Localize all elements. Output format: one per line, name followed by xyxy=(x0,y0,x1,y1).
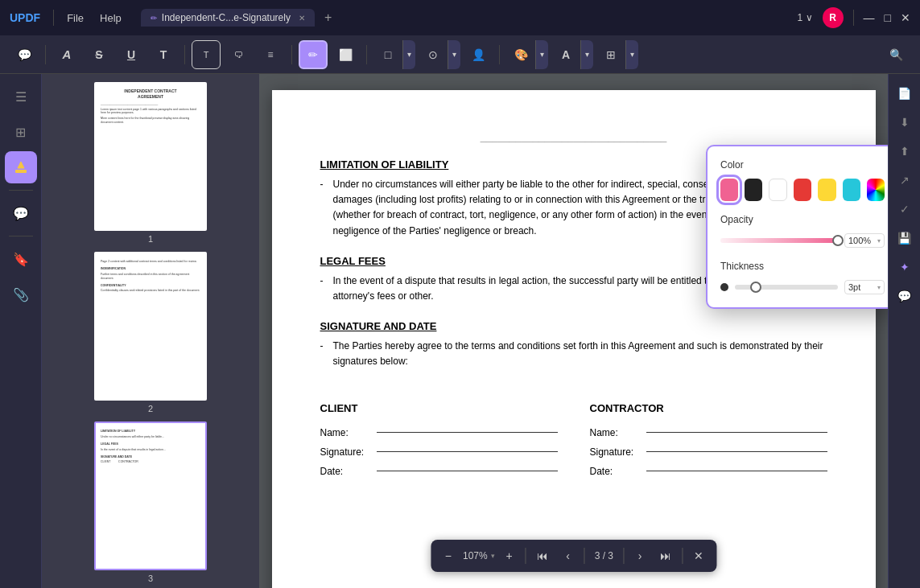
topbar-divider xyxy=(53,10,54,26)
date-label-client: Date: xyxy=(320,466,377,477)
topbar-divider2 xyxy=(853,10,854,26)
opacity-dropdown-arrow[interactable]: ▾ xyxy=(877,237,881,245)
black-swatch[interactable] xyxy=(745,179,762,201)
shape-tool-button[interactable]: □ xyxy=(373,40,402,69)
opacity-label: Opacity xyxy=(720,214,885,225)
zoom-in-button[interactable]: + xyxy=(498,545,521,567)
measure-button[interactable]: ⊞ xyxy=(596,40,625,69)
close-view-button[interactable]: ✕ xyxy=(687,545,710,567)
multicolor-swatch[interactable] xyxy=(867,179,885,201)
measure-dropdown-arrow[interactable]: ▾ xyxy=(625,40,638,69)
page-nav[interactable]: 1 ∨ xyxy=(798,12,813,23)
thumb-img-3: LIMITATION OF LIABILITY Under no circums… xyxy=(94,421,207,570)
toolbar-sep-3 xyxy=(291,45,292,64)
menu-help[interactable]: Help xyxy=(93,9,128,27)
right-collab-icon[interactable]: ✦ xyxy=(892,254,918,280)
signature-section: CLIENT Name: Signature: Date: xyxy=(320,402,827,485)
avatar[interactable]: R xyxy=(823,7,844,28)
thickness-value-display[interactable]: 3pt ▾ xyxy=(844,280,885,294)
thickness-slider-track[interactable] xyxy=(735,285,838,290)
pink-swatch[interactable] xyxy=(720,179,738,201)
callout-tool-button[interactable]: 🗨 xyxy=(224,40,253,69)
search-button[interactable]: 🔍 xyxy=(881,40,910,69)
sig-field-client: Signature: xyxy=(320,446,558,458)
text-tool-button[interactable]: T xyxy=(149,40,178,69)
eraser-tool-button[interactable]: ⬜ xyxy=(331,40,360,69)
right-pdf-icon[interactable]: 📄 xyxy=(892,80,918,106)
sidebar-bookmark-icon[interactable]: 🔖 xyxy=(5,243,37,275)
thumbnail-page-1[interactable]: INDEPENDENT CONTRACTAGREEMENT __________… xyxy=(54,82,247,244)
text-color-dropdown-arrow[interactable]: ▾ xyxy=(580,40,593,69)
white-swatch[interactable] xyxy=(769,179,787,201)
text-color-button[interactable]: A xyxy=(551,40,580,69)
opacity-slider-track[interactable] xyxy=(720,238,838,243)
right-upload-icon[interactable]: ⬆ xyxy=(892,138,918,164)
text-color-combo: A ▾ xyxy=(551,40,593,69)
right-check-icon[interactable]: ✓ xyxy=(892,196,918,222)
strikethrough-tool-button[interactable]: S xyxy=(85,40,113,69)
name-line-contractor xyxy=(646,432,827,433)
opacity-slider-thumb[interactable] xyxy=(832,235,844,246)
pen-tool-button[interactable]: ✏ xyxy=(299,40,328,69)
right-share-icon[interactable]: ↗ xyxy=(892,167,918,193)
add-tab-button[interactable]: + xyxy=(324,10,332,25)
sidebar-sep xyxy=(9,190,33,191)
toolbar-sep-4 xyxy=(366,45,367,64)
toolbar-sep-1 xyxy=(45,45,46,64)
sig-dash: - xyxy=(320,339,324,369)
menu-file[interactable]: File xyxy=(60,9,90,27)
highlight-tool-button[interactable]: A xyxy=(52,40,81,69)
left-sidebar: ☰ ⊞ 💬 🔖 📎 xyxy=(0,74,42,588)
sidebar-comment-icon[interactable]: 💬 xyxy=(5,197,37,229)
sidebar-thumbnails-icon[interactable]: ⊞ xyxy=(5,116,37,148)
shape-dropdown-arrow[interactable]: ▾ xyxy=(402,40,415,69)
sidebar-highlight-icon[interactable] xyxy=(5,151,37,183)
color-fill-button[interactable]: 🎨 xyxy=(506,40,535,69)
stamp-tool-button[interactable]: ⊙ xyxy=(419,40,448,69)
name-field-contractor: Name: xyxy=(590,427,827,438)
prev-page-button[interactable]: ‹ xyxy=(557,545,580,567)
zoom-dropdown-arrow[interactable]: ▾ xyxy=(491,552,495,560)
close-button[interactable]: ✕ xyxy=(901,11,910,24)
next-page-button[interactable]: › xyxy=(629,545,651,567)
sidebar-sep2 xyxy=(9,236,33,236)
note-tool-button[interactable]: ≡ xyxy=(256,40,285,69)
sidebar-attachment-icon[interactable]: 📎 xyxy=(5,278,37,310)
sig-label-contractor: Signature: xyxy=(590,446,646,458)
thickness-dropdown-arrow[interactable]: ▾ xyxy=(877,284,881,291)
client-col: CLIENT Name: Signature: Date: xyxy=(320,402,558,485)
underline-tool-button[interactable]: U xyxy=(117,40,146,69)
minimize-button[interactable]: — xyxy=(864,11,875,24)
maximize-button[interactable]: □ xyxy=(885,11,891,24)
color-fill-dropdown-arrow[interactable]: ▾ xyxy=(535,40,548,69)
thumbnail-page-2[interactable]: Page 2 content with additional contract … xyxy=(54,252,247,413)
thickness-slider-thumb[interactable] xyxy=(750,282,761,293)
right-export-icon[interactable]: ⬇ xyxy=(892,109,918,135)
name-field-client: Name: xyxy=(320,427,558,438)
teal-swatch[interactable] xyxy=(843,179,860,201)
sidebar-pages-icon[interactable]: ☰ xyxy=(5,80,37,113)
right-save-icon[interactable]: 💾 xyxy=(892,225,918,251)
document-area: ________________________________ LIMITAT… xyxy=(259,74,888,588)
topbar-right: 1 ∨ R — □ ✕ xyxy=(798,7,910,28)
total-pages: 3 xyxy=(608,550,613,561)
tab-label: Independent-C...e-Signaturely xyxy=(162,12,291,23)
date-field-contractor: Date: xyxy=(590,466,827,477)
right-chat-icon[interactable]: 💬 xyxy=(892,283,918,309)
first-page-button[interactable]: ⏮ xyxy=(531,545,554,567)
yellow-swatch[interactable] xyxy=(818,179,835,201)
document-tab[interactable]: ✏ Independent-C...e-Signaturely ✕ xyxy=(141,9,315,27)
tab-edit-icon: ✏ xyxy=(151,14,157,23)
textbox-tool-button[interactable]: T xyxy=(192,40,221,69)
red-swatch[interactable] xyxy=(794,179,811,201)
opacity-value-display[interactable]: 100% ▾ xyxy=(844,233,885,248)
thumbnail-page-3[interactable]: LIMITATION OF LIABILITY Under no circums… xyxy=(54,421,247,583)
sign-tool-button[interactable]: 👤 xyxy=(464,40,493,69)
stamp-dropdown-arrow[interactable]: ▾ xyxy=(448,40,460,69)
sig-label-client: Signature: xyxy=(320,446,377,458)
svg-rect-0 xyxy=(15,170,27,173)
comment-tool-button[interactable]: 💬 xyxy=(10,40,39,69)
zoom-out-button[interactable]: − xyxy=(437,545,460,567)
last-page-button[interactable]: ⏭ xyxy=(654,545,677,567)
tab-close-icon[interactable]: ✕ xyxy=(299,14,305,23)
